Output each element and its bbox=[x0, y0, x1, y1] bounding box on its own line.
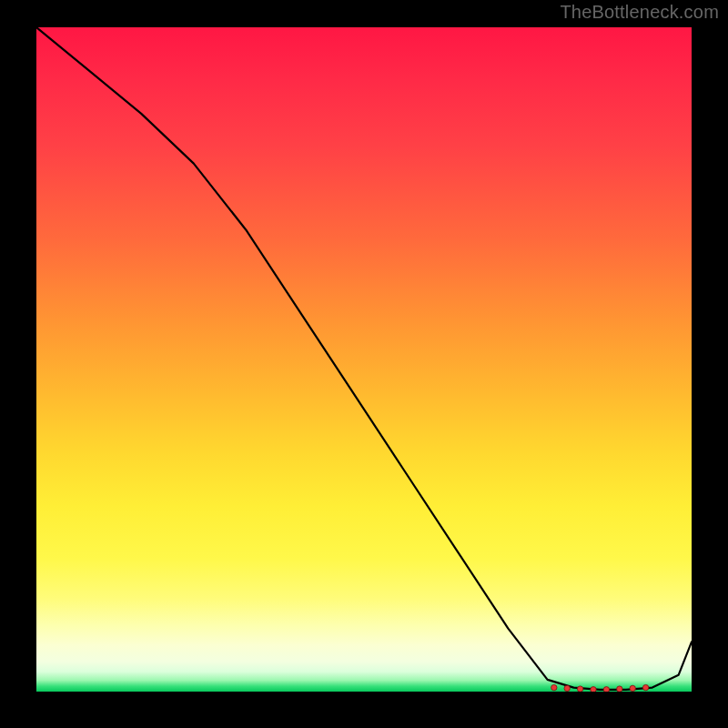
valley-marker bbox=[577, 686, 582, 692]
curve-line bbox=[36, 27, 692, 690]
valley-marker bbox=[551, 684, 557, 690]
valley-marker bbox=[603, 687, 609, 692]
valley-marker bbox=[564, 685, 570, 691]
chart-frame: TheBottleneck.com bbox=[0, 0, 728, 728]
valley-marker bbox=[642, 684, 648, 690]
watermark-text: TheBottleneck.com bbox=[560, 2, 719, 23]
valley-marker bbox=[591, 687, 596, 692]
plot-area bbox=[36, 27, 692, 692]
valley-marker bbox=[630, 685, 635, 691]
chart-svg bbox=[36, 27, 692, 692]
valley-marker bbox=[617, 686, 622, 692]
